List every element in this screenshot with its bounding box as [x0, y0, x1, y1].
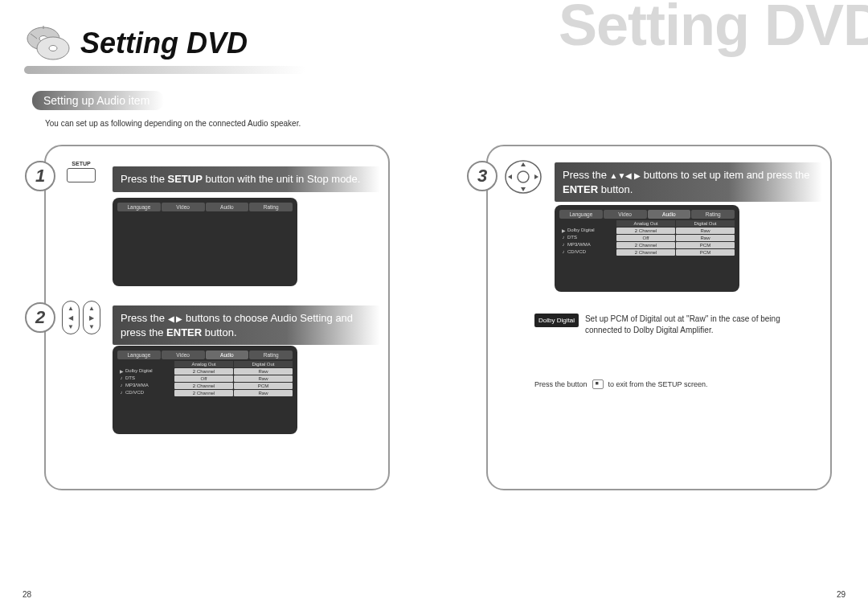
intro-text: You can set up as following depending on…	[45, 119, 301, 128]
svg-point-3	[49, 46, 57, 51]
osd2-tabs: Language Video Audio Rating	[117, 351, 293, 359]
osd-row: ♪DTSOffRaw	[559, 235, 735, 241]
osd-row-label: Dolby Digital	[567, 228, 616, 234]
osd-col-analog: Analog Out	[616, 220, 675, 227]
disc-icon	[24, 24, 72, 63]
osd-cell: 2 Channel	[174, 383, 233, 389]
osd-tab: Rating	[691, 210, 735, 219]
osd-cell: 2 Channel	[174, 368, 233, 375]
dpad-oval-right: ▲▶▼	[83, 301, 100, 334]
title-underline	[24, 66, 305, 74]
osd-cell: 2 Channel	[616, 249, 675, 256]
osd-row-label: MP3/WMA	[125, 383, 174, 389]
dpad-oval-left: ▲◀▼	[62, 301, 80, 334]
step-number-3: 3	[467, 161, 497, 191]
step-3-instruction: Press the ▲▼◀ ▶ buttons to set up item a…	[555, 162, 822, 202]
osd-tab: Rating	[249, 351, 293, 359]
osd-tab: Video	[162, 351, 205, 359]
osd-row-label: Dolby Digital	[125, 368, 174, 375]
osd2-subheader: Analog Out Digital Out	[117, 361, 293, 367]
step-1-instruction: Press the SETUP button with the unit in …	[113, 166, 380, 192]
osd-cell: Raw	[676, 228, 735, 234]
osd-row: ♪MP3/WMA2 ChannelPCM	[117, 383, 293, 389]
right-column: 3 Press the ▲▼◀ ▶ buttons to set up item…	[486, 145, 832, 490]
page-title: Setting DVD	[80, 27, 248, 60]
osd-cell: Raw	[676, 235, 735, 241]
osd-row-icon: ♪	[559, 242, 567, 248]
osd-tab: Language	[559, 210, 603, 219]
svg-marker-8	[521, 162, 526, 166]
osd-tab-active: Audio	[648, 210, 691, 219]
osd-row-label: MP3/WMA	[567, 242, 616, 248]
osd-tab: Language	[117, 203, 161, 211]
exit-pre: Press the button	[534, 379, 588, 390]
osd1-tabs: Language Video Audio Rating	[117, 203, 293, 211]
osd-row-icon: ▶	[559, 228, 567, 234]
exit-note: Press the button to exit from the SETUP …	[534, 379, 816, 390]
osd-row-label: CD/VCD	[567, 249, 616, 256]
osd-screen-1: Language Video Audio Rating	[113, 198, 297, 286]
osd-row-icon: ♪	[559, 235, 567, 241]
s1-bold: SETUP	[168, 173, 203, 185]
svg-marker-11	[534, 174, 538, 179]
svg-marker-10	[508, 174, 512, 179]
osd-tab: Language	[117, 351, 161, 359]
osd-cell: PCM	[676, 242, 735, 248]
osd-cell: Raw	[234, 375, 293, 382]
osd-row-icon: ♪	[117, 390, 125, 396]
section-pill: Setting up Audio item	[32, 91, 164, 110]
page-number-right: 29	[837, 590, 845, 599]
s3-arrows: ▲▼◀ ▶	[610, 171, 641, 180]
s2-post: button.	[202, 326, 236, 338]
watermark-title: Setting DVD	[559, 0, 868, 58]
s2-pre: Press the	[121, 312, 168, 324]
step-2-instruction: Press the ◀ ▶ buttons to choose Audio Se…	[113, 305, 380, 345]
osd-cell: Off	[174, 375, 233, 382]
svg-point-7	[518, 171, 529, 182]
osd-row: ♪CD/VCD2 ChannelPCM	[559, 249, 735, 256]
osd-row-icon: ♪	[117, 383, 125, 389]
osd-cell: 2 Channel	[616, 228, 675, 234]
setup-button-icon: SETUP	[60, 161, 102, 182]
osd-row-label: DTS	[125, 375, 174, 382]
dolby-badge: Dolby Digital	[534, 314, 579, 327]
osd-cell: Off	[616, 235, 675, 241]
osd-cell: 2 Channel	[174, 390, 233, 396]
exit-post: to exit from the SETUP screen.	[608, 379, 708, 390]
osd3-subheader: Analog Out Digital Out	[559, 220, 735, 227]
osd3-tabs: Language Video Audio Rating	[559, 210, 735, 219]
osd-tab: Video	[604, 210, 647, 219]
osd-row: ▶Dolby Digital2 ChannelRaw	[117, 368, 293, 375]
osd-screen-3: Language Video Audio Rating Analog Out D…	[555, 205, 739, 292]
step-number-2: 2	[25, 302, 55, 333]
osd-screen-2: Language Video Audio Rating Analog Out D…	[113, 346, 297, 434]
osd-col-digital: Digital Out	[234, 361, 293, 367]
s3-post: button.	[598, 183, 633, 195]
osd-tab: Rating	[249, 203, 293, 211]
stop-button-icon	[592, 379, 604, 389]
dpad-left-right-icon: ▲◀▼ ▲▶▼	[60, 301, 102, 334]
osd-tab: Video	[162, 203, 205, 211]
osd-row-icon: ♪	[117, 375, 125, 382]
s1-post: button with the unit in Stop mode.	[203, 173, 361, 185]
keycap-icon	[67, 168, 96, 182]
s2-arrows: ◀ ▶	[168, 314, 183, 323]
osd-cell: Raw	[234, 390, 293, 396]
osd-row-icon: ▶	[117, 368, 125, 375]
osd-tab: Audio	[206, 203, 249, 211]
osd-cell: 2 Channel	[616, 242, 675, 248]
osd-cell: PCM	[676, 249, 735, 256]
osd-cell: PCM	[234, 383, 293, 389]
osd-row-label: CD/VCD	[125, 390, 174, 396]
osd-cell: Raw	[234, 368, 293, 375]
s2-bold: ENTER	[166, 326, 202, 338]
dpad-full-icon	[502, 159, 544, 195]
osd-row-icon: ♪	[559, 249, 567, 256]
svg-marker-9	[521, 187, 526, 191]
s1-pre: Press the	[121, 173, 168, 185]
page-number-left: 28	[23, 590, 31, 599]
page-header: Setting DVD	[24, 24, 248, 63]
osd-col-analog: Analog Out	[174, 361, 233, 367]
osd-row: ♪DTSOffRaw	[117, 375, 293, 382]
osd-row: ♪CD/VCD2 ChannelRaw	[117, 390, 293, 396]
